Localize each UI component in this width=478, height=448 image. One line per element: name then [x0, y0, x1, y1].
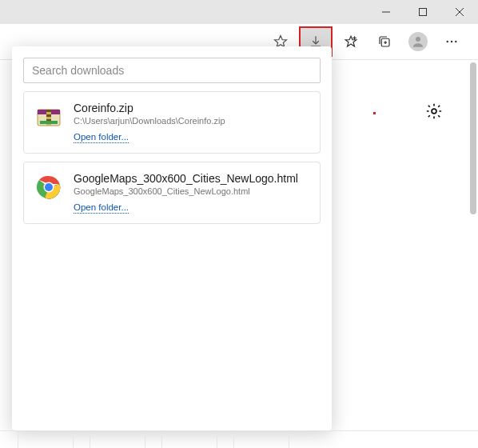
page-background	[373, 102, 443, 123]
svg-rect-1	[420, 9, 427, 16]
loading-dot-icon	[373, 112, 376, 114]
window-titlebar	[0, 0, 478, 24]
svg-point-14	[447, 41, 448, 42]
svg-marker-4	[275, 36, 287, 47]
svg-point-13	[416, 37, 420, 42]
download-body: GoogleMaps_300x600_Cities_NewLogo.html G…	[74, 172, 309, 214]
page-scrollbar[interactable]	[467, 61, 478, 422]
add-favorite-icon[interactable]	[336, 27, 366, 56]
close-button[interactable]	[441, 0, 478, 24]
open-folder-link[interactable]: Open folder...	[74, 132, 129, 143]
bottom-strip	[0, 430, 478, 448]
maximize-button[interactable]	[404, 0, 441, 24]
settings-gear-icon[interactable]	[425, 102, 443, 123]
svg-point-15	[451, 41, 452, 42]
search-input[interactable]	[23, 58, 321, 83]
collections-icon[interactable]	[369, 27, 400, 56]
scrollbar-thumb[interactable]	[470, 62, 476, 214]
open-folder-link[interactable]: Open folder...	[74, 202, 129, 214]
download-name: Coreinfo.zip	[74, 102, 309, 114]
downloads-panel: Coreinfo.zip C:\Users\arjun\Downloads\Co…	[12, 46, 332, 430]
winrar-icon	[35, 103, 62, 130]
minimize-button[interactable]	[368, 0, 404, 24]
download-name: GoogleMaps_300x600_Cities_NewLogo.html	[74, 172, 309, 185]
svg-rect-20	[46, 110, 51, 112]
download-item[interactable]: Coreinfo.zip C:\Users\arjun\Downloads\Co…	[23, 91, 321, 154]
svg-rect-23	[40, 121, 58, 124]
svg-point-16	[455, 41, 456, 42]
more-icon[interactable]	[436, 27, 467, 56]
svg-rect-21	[46, 114, 51, 117]
download-item[interactable]: GoogleMaps_300x600_Cities_NewLogo.html G…	[23, 162, 321, 224]
svg-point-27	[432, 109, 436, 114]
chrome-icon	[35, 174, 62, 201]
download-path: GoogleMaps_300x600_Cities_NewLogo.html	[74, 186, 309, 196]
download-body: Coreinfo.zip C:\Users\arjun\Downloads\Co…	[74, 102, 309, 143]
download-path: C:\Users\arjun\Downloads\Coreinfo.zip	[74, 116, 309, 126]
svg-point-26	[45, 183, 53, 191]
profile-avatar[interactable]	[403, 27, 433, 56]
